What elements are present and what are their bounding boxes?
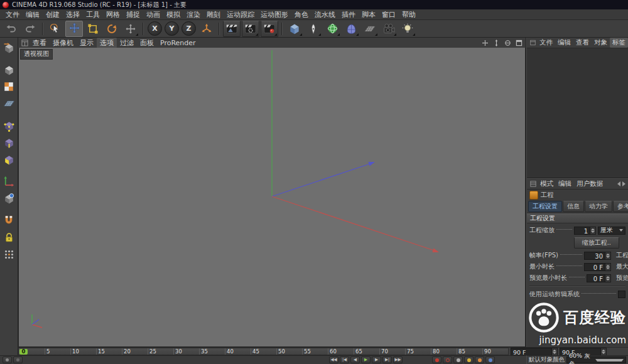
- lock-workplane-button[interactable]: [1, 230, 16, 245]
- go-to-end-button[interactable]: ▶▶: [393, 356, 403, 363]
- am-menu-mode[interactable]: 模式: [538, 179, 556, 189]
- minimum-time-stepper[interactable]: 0 F: [584, 263, 611, 271]
- render-view-button[interactable]: [223, 21, 241, 37]
- am-menu-edit[interactable]: 编辑: [556, 179, 574, 189]
- menu-character[interactable]: 角色: [291, 9, 311, 20]
- viewport-maximize-icon[interactable]: [514, 39, 523, 46]
- next-key-button[interactable]: ▶|: [382, 356, 392, 363]
- workplane-mode-button[interactable]: [1, 96, 16, 111]
- viewport-menu-panel[interactable]: 面板: [137, 38, 157, 48]
- record-scale-button[interactable]: [464, 356, 474, 363]
- menu-create[interactable]: 创建: [43, 9, 63, 20]
- viewport-menu-options[interactable]: 选项: [97, 38, 117, 48]
- add-generator-button[interactable]: [323, 21, 341, 37]
- tab-project-settings[interactable]: 工程设置: [528, 201, 562, 212]
- tab-referencing[interactable]: 参考: [613, 201, 628, 212]
- viewport-menu-filter[interactable]: 过滤: [117, 38, 137, 48]
- timeline-ruler[interactable]: 0 0 5 10 15 20 25 30 35 40 45 50 55 60 6…: [18, 348, 509, 355]
- record-parameter-button[interactable]: [485, 356, 495, 363]
- enable-snap-button[interactable]: [1, 213, 16, 228]
- enable-axis-button[interactable]: [1, 174, 16, 189]
- menu-select[interactable]: 选择: [63, 9, 83, 20]
- viewport-pan-icon[interactable]: [480, 39, 489, 46]
- material-palette-icon[interactable]: [13, 356, 23, 363]
- next-frame-button[interactable]: ▶: [372, 356, 381, 363]
- menu-motion-tracker[interactable]: 运动跟踪: [224, 9, 257, 20]
- menu-mograph[interactable]: 运动图形: [257, 9, 291, 20]
- add-camera-button[interactable]: [380, 21, 398, 37]
- scale-tool-button[interactable]: [84, 21, 102, 37]
- add-environment-button[interactable]: [361, 21, 379, 37]
- model-mode-button[interactable]: [1, 62, 16, 77]
- fps-stepper[interactable]: 30: [584, 252, 611, 260]
- play-button[interactable]: ▶: [361, 356, 371, 363]
- tab-dynamics[interactable]: 动力学: [585, 201, 612, 212]
- menu-script[interactable]: 脚本: [359, 9, 379, 20]
- axis-x-lock-button[interactable]: X: [148, 21, 162, 36]
- am-menu-userdata[interactable]: 用户数据: [574, 179, 605, 189]
- render-queue-button[interactable]: [261, 21, 278, 37]
- om-menu-edit[interactable]: 编辑: [555, 38, 573, 48]
- record-rotation-button[interactable]: [475, 356, 484, 363]
- texture-mode-button[interactable]: [1, 79, 16, 94]
- viewport-canvas[interactable]: 透视视图: [18, 48, 526, 347]
- polygons-mode-button[interactable]: [1, 152, 16, 167]
- axis-y-lock-button[interactable]: Y: [165, 21, 179, 36]
- redo-button[interactable]: [21, 21, 39, 37]
- menu-file[interactable]: 文件: [3, 9, 23, 20]
- use-motion-clip-checkbox[interactable]: [618, 291, 625, 298]
- object-manager-list[interactable]: [527, 48, 628, 178]
- menu-tools[interactable]: 工具: [83, 9, 103, 20]
- viewport-dolly-icon[interactable]: [492, 39, 501, 46]
- om-menu-objects[interactable]: 对象: [592, 38, 610, 48]
- menu-edit[interactable]: 编辑: [23, 9, 43, 20]
- points-mode-button[interactable]: [1, 118, 16, 133]
- previous-frame-button[interactable]: ◀: [350, 356, 360, 363]
- viewport-menu-view[interactable]: 查看: [30, 38, 50, 48]
- om-menu-tags[interactable]: 标签: [610, 38, 628, 48]
- om-menu-view[interactable]: 查看: [573, 38, 592, 48]
- om-menu-file[interactable]: 文件: [537, 38, 555, 48]
- go-to-start-button[interactable]: ◀◀: [329, 356, 338, 363]
- quantize-button[interactable]: [1, 247, 16, 262]
- preview-min-time-stepper[interactable]: 0 F: [587, 274, 611, 282]
- live-selection-button[interactable]: [46, 21, 64, 37]
- menu-plugins[interactable]: 插件: [338, 9, 359, 20]
- end-frame-stepper[interactable]: 90 F: [511, 348, 558, 356]
- previous-key-button[interactable]: |◀: [340, 356, 349, 363]
- viewport-solo-button[interactable]: [1, 191, 16, 206]
- current-frame-marker[interactable]: 0: [19, 349, 28, 355]
- edges-mode-button[interactable]: [1, 135, 16, 150]
- project-scale-unit-select[interactable]: 厘米: [598, 227, 625, 235]
- add-spline-button[interactable]: [305, 21, 322, 37]
- project-scale-stepper[interactable]: 1: [574, 227, 596, 235]
- move-tool-button[interactable]: [65, 21, 83, 37]
- axis-z-lock-button[interactable]: Z: [181, 21, 196, 36]
- viewport-menu-display[interactable]: 显示: [77, 38, 97, 48]
- menu-sculpt[interactable]: 雕刻: [203, 9, 224, 20]
- record-position-button[interactable]: [453, 356, 463, 363]
- history-back-icon[interactable]: [617, 181, 620, 186]
- menu-animate[interactable]: 动画: [143, 9, 163, 20]
- menu-pipeline[interactable]: 流水线: [311, 9, 338, 20]
- menu-window[interactable]: 窗口: [379, 9, 399, 20]
- menu-mesh[interactable]: 网格: [103, 9, 123, 20]
- rotate-tool-button[interactable]: [103, 21, 121, 37]
- menu-simulate[interactable]: 模拟: [163, 9, 183, 20]
- section-header-project-settings[interactable]: 工程设置: [527, 213, 628, 223]
- menu-help[interactable]: 帮助: [399, 9, 419, 20]
- viewport-menu-prorender[interactable]: ProRender: [157, 38, 199, 48]
- add-deformer-button[interactable]: [342, 21, 360, 37]
- menu-snap[interactable]: 捕捉: [123, 9, 143, 20]
- undo-button[interactable]: [3, 21, 20, 37]
- make-editable-button[interactable]: [1, 40, 16, 55]
- record-keyframe-button[interactable]: [432, 356, 441, 363]
- autokey-button[interactable]: [443, 356, 452, 363]
- coordinate-system-button[interactable]: [198, 21, 215, 37]
- menu-render[interactable]: 渲染: [183, 9, 203, 20]
- add-cube-button[interactable]: [286, 21, 303, 37]
- history-forward-icon[interactable]: [622, 181, 625, 186]
- viewport-menu-cameras[interactable]: 摄像机: [50, 38, 77, 48]
- tab-info[interactable]: 信息: [563, 201, 584, 212]
- render-settings-button[interactable]: [242, 21, 259, 37]
